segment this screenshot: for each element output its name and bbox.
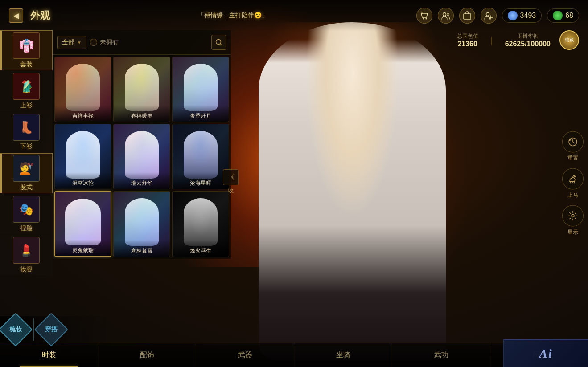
svg-point-1	[425, 18, 427, 20]
outfit-label: 穿搭	[45, 326, 58, 334]
display-label: 显示	[567, 228, 578, 236]
ai-badge: Ai	[503, 339, 588, 367]
char-fig-6	[173, 124, 229, 179]
grid-item-5[interactable]: 瑞云舒华	[113, 124, 170, 189]
nav-label-mounts: 坐骑	[336, 351, 350, 360]
grid-item-9-label: 烽火浮生	[173, 240, 229, 257]
sidebar-label-makeup: 妆容	[20, 265, 33, 273]
char-fig-3	[173, 57, 229, 112]
not-owned-filter[interactable]: 未拥有	[90, 38, 119, 46]
svg-point-2	[443, 13, 446, 16]
item-progress: 62625/100000	[505, 40, 551, 48]
collapse-label: 收	[228, 187, 234, 195]
top-bar: ◀ 外观 「傅情缘，主打陪伴😊」	[0, 0, 588, 31]
grid-item-6[interactable]: 沧海星晖	[172, 124, 229, 189]
category-filter[interactable]: 全部 ▼	[57, 36, 86, 49]
item-name: 玉树华裾	[505, 33, 551, 40]
horse-action-btn[interactable]: 上马	[562, 168, 584, 199]
sidebar-item-bottomwear[interactable]: 下衫	[0, 112, 53, 152]
currency-icon-2	[553, 11, 563, 20]
collection-button[interactable]: 馆藏	[559, 30, 579, 50]
makeup-icon	[13, 237, 40, 264]
stat-divider: ｜	[487, 34, 496, 46]
grooming-label: 梳妆	[9, 326, 22, 334]
back-button[interactable]: ◀ 外观	[9, 8, 50, 23]
total-color-label: 总国色值	[457, 33, 478, 40]
char-fig-2	[114, 57, 170, 112]
top-message: 「傅情缘，主打陪伴😊」	[50, 12, 416, 20]
items-grid: 吉祥丰禄 春禧暖岁 奢香赶月	[53, 55, 231, 259]
collapse-icon: 《	[223, 169, 239, 185]
sidebar-item-costume[interactable]: 套装	[0, 30, 53, 70]
sidebar-item-makeup[interactable]: 妆容	[0, 235, 53, 275]
grid-item-1-label: 吉祥丰禄	[55, 105, 111, 122]
left-sidebar: 套装 上衫 下衫 发式 捏脸 妆容	[0, 30, 53, 276]
currency-value-2: 68	[565, 12, 573, 20]
char-fig-8	[114, 192, 170, 246]
shop-icon-btn[interactable]	[416, 8, 432, 24]
ai-text: Ai	[539, 347, 552, 361]
display-icon	[562, 205, 584, 227]
nav-item-mounts[interactable]: 坐骑	[294, 343, 392, 367]
search-button[interactable]	[211, 35, 226, 50]
grooming-button[interactable]: 梳妆	[0, 314, 31, 345]
grid-item-8-label: 寒林暮雪	[114, 240, 170, 257]
currency-box-2[interactable]: 68	[547, 8, 579, 23]
back-arrow-icon[interactable]: ◀	[9, 8, 23, 23]
display-action-btn[interactable]: 显示	[562, 205, 584, 236]
currency-value-1: 3493	[520, 12, 536, 20]
sidebar-item-hairstyle[interactable]: 发式	[0, 153, 53, 193]
page-title: 外观	[30, 9, 50, 22]
grid-item-9[interactable]: 烽火浮生	[172, 191, 229, 257]
char-fig-7	[55, 192, 111, 246]
svg-point-11	[574, 175, 576, 177]
friends-icon-btn[interactable]	[438, 8, 454, 24]
sidebar-item-face[interactable]: 捏脸	[0, 194, 53, 234]
char-fig-5	[114, 124, 170, 179]
char-fig-4	[55, 124, 111, 179]
face-icon	[13, 196, 40, 223]
top-right-icons: 3493 68	[416, 8, 579, 24]
grid-item-7[interactable]: 灵兔献瑞	[54, 191, 111, 257]
grid-item-8[interactable]: 寒林暮雪	[113, 191, 170, 257]
sidebar-item-topwear[interactable]: 上衫	[0, 71, 53, 111]
grid-item-5-label: 瑞云舒华	[114, 172, 170, 189]
nav-item-skills[interactable]: 武功	[392, 343, 490, 367]
collapse-panel: 《 收	[223, 169, 239, 195]
svg-point-0	[423, 18, 424, 20]
currency-box-1[interactable]: 3493	[502, 8, 542, 23]
collapse-button[interactable]: 《 收	[223, 169, 239, 195]
horse-icon	[562, 168, 584, 190]
grid-item-1[interactable]: 吉祥丰禄	[54, 57, 111, 122]
reset-action-btn[interactable]: 重置	[562, 131, 584, 162]
currency-icon-1	[508, 11, 518, 20]
outfit-button[interactable]: 穿搭	[36, 314, 67, 345]
grid-item-4-label: 澄空冰轮	[55, 172, 111, 189]
main-panel: 全部 ▼ 未拥有 吉祥丰禄	[53, 30, 231, 259]
svg-point-3	[447, 13, 449, 16]
total-color-stat: 总国色值 21360	[457, 33, 478, 48]
bottomwear-icon	[13, 114, 40, 141]
grid-item-3[interactable]: 奢香赶月	[172, 57, 229, 122]
svg-point-12	[572, 215, 574, 217]
nav-item-accessories[interactable]: 配饰	[98, 343, 196, 367]
grid-item-4[interactable]: 澄空冰轮	[54, 124, 111, 189]
reset-label: 重置	[567, 155, 578, 162]
sidebar-label-topwear: 上衫	[20, 102, 33, 110]
horse-label: 上马	[567, 192, 578, 199]
sidebar-label-face: 捏脸	[20, 224, 33, 232]
cart-icon-btn[interactable]	[459, 8, 475, 24]
grid-item-2[interactable]: 春禧暖岁	[113, 57, 170, 122]
svg-point-5	[486, 13, 489, 16]
char-fig-1	[55, 57, 111, 112]
nav-item-fashion[interactable]: 时装	[0, 343, 98, 367]
nav-label-fashion: 时装	[42, 351, 56, 360]
nav-label-weapons: 武器	[238, 351, 252, 360]
nav-item-weapons[interactable]: 武器	[196, 343, 294, 367]
svg-rect-4	[464, 14, 471, 19]
add-friend-icon-btn[interactable]	[481, 8, 497, 24]
char-fig-9	[173, 192, 229, 246]
grid-item-3-label: 奢香赶月	[173, 105, 229, 122]
right-actions: 重置 上马 显示	[562, 131, 584, 236]
nav-label-accessories: 配饰	[140, 351, 154, 360]
